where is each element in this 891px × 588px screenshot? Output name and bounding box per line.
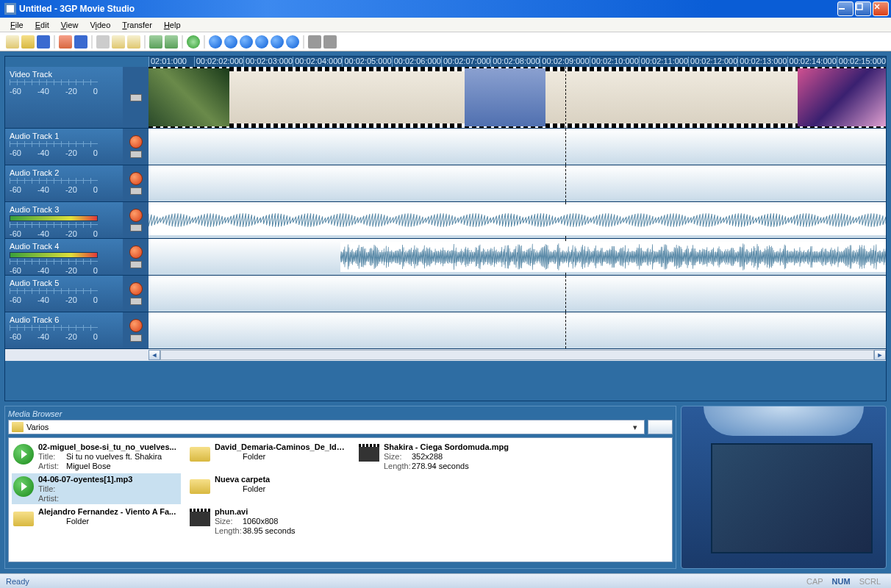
file-item[interactable]: Shakira - Ciega Sordomuda.mpg Size:352x2… bbox=[357, 441, 548, 472]
audio-track-lane[interactable] bbox=[148, 312, 886, 348]
save-button[interactable] bbox=[37, 35, 50, 49]
stop-button[interactable] bbox=[271, 35, 284, 49]
mute-toggle[interactable] bbox=[130, 224, 142, 232]
record-button[interactable] bbox=[255, 35, 268, 49]
scroll-right-button[interactable]: ► bbox=[874, 350, 886, 360]
new-button[interactable] bbox=[6, 35, 19, 49]
file-item[interactable]: 02-miguel_bose-si_tu_no_vuelves... Title… bbox=[12, 441, 181, 472]
play-button[interactable] bbox=[224, 35, 237, 49]
media-browser-title: Media Browser bbox=[8, 409, 673, 418]
maximize-button[interactable] bbox=[855, 1, 871, 16]
export-button[interactable] bbox=[59, 35, 72, 49]
audio-track-lane[interactable] bbox=[148, 129, 886, 165]
audio-clip[interactable] bbox=[148, 205, 886, 235]
pause-button[interactable] bbox=[240, 35, 253, 49]
audio-track-lane[interactable] bbox=[148, 239, 886, 275]
audio-track-head: Audio Track 2-60-40-200 bbox=[5, 165, 123, 201]
menu-video[interactable]: Video bbox=[84, 19, 116, 31]
record-arm-button[interactable] bbox=[129, 172, 143, 185]
device-button[interactable] bbox=[308, 35, 321, 49]
file-name: phun.avi bbox=[215, 507, 348, 517]
audio-track-lane[interactable] bbox=[148, 276, 886, 312]
video-track-row: Video Track -60-40-200 bbox=[5, 67, 886, 129]
audio-track-label: Audio Track 5 bbox=[10, 279, 118, 287]
file-name: 04-06-07-oyentes[1].mp3 bbox=[38, 475, 179, 484]
video-icon bbox=[359, 444, 379, 462]
level-meter bbox=[10, 252, 98, 258]
separator bbox=[303, 35, 304, 49]
ruler-tick: 00:02:13:000 bbox=[737, 57, 787, 67]
video-track-label: Video Track bbox=[10, 70, 118, 79]
up-folder-button[interactable] bbox=[648, 420, 673, 434]
mute-toggle[interactable] bbox=[130, 187, 142, 195]
file-item[interactable]: Nueva carpeta Folder bbox=[188, 473, 350, 504]
paste-button[interactable] bbox=[127, 35, 140, 49]
video-clip-3[interactable] bbox=[798, 68, 886, 126]
video-track-controls bbox=[123, 67, 148, 128]
toolbar bbox=[0, 32, 891, 51]
cut-button[interactable] bbox=[96, 35, 110, 49]
video-knob[interactable] bbox=[130, 94, 142, 101]
help-button[interactable] bbox=[187, 35, 200, 49]
record-arm-button[interactable] bbox=[129, 209, 143, 222]
separator bbox=[204, 35, 205, 49]
video-clip-2[interactable] bbox=[465, 68, 545, 126]
mute-toggle[interactable] bbox=[130, 334, 142, 342]
playhead[interactable] bbox=[565, 312, 566, 348]
audio-track-controls bbox=[123, 165, 148, 201]
menu-transfer[interactable]: Transfer bbox=[116, 19, 158, 31]
rewind-button[interactable] bbox=[209, 35, 222, 49]
undo-button[interactable] bbox=[149, 35, 162, 49]
mute-toggle[interactable] bbox=[130, 298, 142, 305]
redo-button[interactable] bbox=[165, 35, 178, 49]
audio-track-controls bbox=[123, 312, 148, 348]
video-icon bbox=[190, 509, 210, 526]
audio-clip[interactable] bbox=[340, 242, 886, 272]
playhead[interactable] bbox=[565, 67, 566, 128]
file-grid: 02-miguel_bose-si_tu_no_vuelves... Title… bbox=[8, 437, 673, 562]
preview-screen[interactable] bbox=[711, 443, 873, 553]
export2-button[interactable] bbox=[74, 35, 87, 49]
file-item[interactable]: 04-06-07-oyentes[1].mp3 Title: Artist: bbox=[12, 473, 181, 504]
record-arm-button[interactable] bbox=[129, 245, 143, 259]
path-dropdown[interactable]: Varios ▾ bbox=[8, 420, 645, 434]
open-button[interactable] bbox=[21, 35, 35, 49]
copy-button[interactable] bbox=[112, 35, 125, 49]
ruler-tick: 00:02:07:000 bbox=[441, 57, 490, 67]
audio-track-label: Audio Track 4 bbox=[10, 242, 118, 251]
menu-edit[interactable]: Edit bbox=[29, 19, 55, 31]
scroll-track[interactable] bbox=[160, 350, 874, 360]
num-indicator: NUM bbox=[828, 577, 855, 586]
record-arm-button[interactable] bbox=[129, 319, 143, 332]
file-item[interactable]: David_Demaria-Caminos_De_Ida_Y... Folder bbox=[188, 441, 350, 472]
menu-view[interactable]: View bbox=[55, 19, 85, 31]
mute-toggle[interactable] bbox=[130, 261, 142, 268]
close-button[interactable] bbox=[873, 1, 889, 16]
time-ruler[interactable]: 02:01:00000:02:02:00000:02:03:00000:02:0… bbox=[5, 57, 886, 67]
video-clip-1[interactable] bbox=[148, 68, 229, 126]
separator bbox=[144, 35, 146, 49]
audio-track-lane[interactable] bbox=[148, 165, 886, 201]
audio-track-lane[interactable] bbox=[148, 202, 886, 238]
scroll-left-button[interactable]: ◄ bbox=[148, 350, 160, 360]
video-track-lane[interactable] bbox=[148, 67, 886, 128]
playhead[interactable] bbox=[565, 276, 566, 312]
record-arm-button[interactable] bbox=[129, 282, 143, 295]
file-item[interactable]: Alejandro Fernandez - Viento A Fa... Fol… bbox=[12, 506, 181, 537]
menu-help[interactable]: Help bbox=[158, 19, 187, 31]
device2-button[interactable] bbox=[323, 35, 337, 49]
minimize-button[interactable] bbox=[837, 1, 854, 16]
playhead[interactable] bbox=[565, 165, 566, 201]
menu-file[interactable]: File bbox=[4, 19, 29, 31]
forward-button[interactable] bbox=[286, 35, 299, 49]
status-text: Ready bbox=[6, 577, 802, 586]
audio-track-head: Audio Track 4-60-40-200 bbox=[5, 239, 123, 275]
svg-rect-1 bbox=[7, 5, 14, 12]
bottom-panel: Media Browser Varios ▾ 02-miguel_bose-si… bbox=[4, 406, 887, 569]
file-item[interactable]: phun.avi Size:1060x808 Length:38.95 seco… bbox=[188, 506, 350, 537]
ruler-tick: 00:02:15:000 bbox=[837, 57, 886, 67]
record-arm-button[interactable] bbox=[129, 135, 143, 148]
mute-toggle[interactable] bbox=[130, 151, 142, 158]
statusbar: Ready CAP NUM SCRL bbox=[0, 573, 891, 588]
playhead[interactable] bbox=[565, 129, 566, 165]
